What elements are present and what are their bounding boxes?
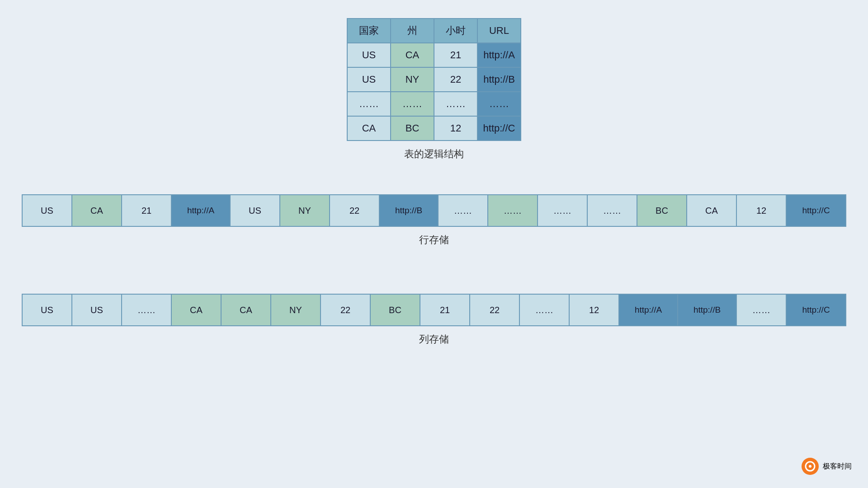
table-data-cell: US <box>347 43 391 67</box>
strip-cell: 22 <box>470 295 520 325</box>
strip-cell: NY <box>280 195 330 226</box>
strip-cell: http://A <box>172 195 231 226</box>
col-storage-strip: USUS……CACANY22BC2122……12http://Ahttp://B… <box>22 294 846 326</box>
strip-cell: US <box>231 195 280 226</box>
strip-cell: 21 <box>420 295 470 325</box>
table-data-cell: CA <box>347 116 391 141</box>
strip-cell: CA <box>687 195 737 226</box>
table-data-cell: http://A <box>477 43 521 67</box>
strip-cell: US <box>23 195 72 226</box>
strip-cell: BC <box>371 295 420 325</box>
strip-cell: 22 <box>330 195 380 226</box>
strip-cell: US <box>23 295 72 325</box>
table-data-cell: 12 <box>434 116 477 141</box>
strip-cell: http://C <box>787 195 845 226</box>
table-data-cell: 21 <box>434 43 477 67</box>
table-data-cell: CA <box>391 43 434 67</box>
strip-cell: http://A <box>619 295 678 325</box>
strip-cell: CA <box>222 295 271 325</box>
logo-text: 极客时间 <box>823 462 852 471</box>
strip-cell: …… <box>520 295 570 325</box>
strip-cell: 22 <box>321 295 371 325</box>
table-data-cell: http://B <box>477 67 521 92</box>
table-header-cell: 国家 <box>347 19 391 43</box>
table-header-cell: 州 <box>391 19 434 43</box>
strip-cell: …… <box>488 195 538 226</box>
logo: 极客时间 <box>801 457 852 475</box>
row-storage-label: 行存储 <box>419 233 449 247</box>
strip-cell: CA <box>172 295 222 325</box>
strip-cell: http://C <box>787 295 845 325</box>
svg-point-2 <box>809 465 811 468</box>
table-header-cell: URL <box>477 19 521 43</box>
table-data-cell: NY <box>391 67 434 92</box>
strip-cell: …… <box>737 295 787 325</box>
logical-table: 国家州小时URLUSCA21http://AUSNY22http://B…………… <box>347 18 521 141</box>
strip-cell: 21 <box>122 195 172 226</box>
strip-cell: …… <box>122 295 172 325</box>
table-data-cell: …… <box>434 92 477 116</box>
col-storage-section: USUS……CACANY22BC2122……12http://Ahttp://B… <box>8 294 860 346</box>
strip-cell: …… <box>588 195 637 226</box>
table-data-cell: http://C <box>477 116 521 141</box>
logical-table-section: 国家州小时URLUSCA21http://AUSNY22http://B…………… <box>347 18 521 161</box>
table-data-cell: BC <box>391 116 434 141</box>
row-storage-section: USCA21http://AUSNY22http://B……………………BCCA… <box>8 194 860 247</box>
strip-cell: CA <box>72 195 122 226</box>
strip-cell: US <box>72 295 122 325</box>
row-storage-strip: USCA21http://AUSNY22http://B……………………BCCA… <box>22 194 846 227</box>
col-storage-label: 列存储 <box>419 333 449 346</box>
strip-cell: …… <box>439 195 488 226</box>
strip-cell: NY <box>271 295 321 325</box>
table-data-cell: …… <box>477 92 521 116</box>
table-data-cell: …… <box>347 92 391 116</box>
strip-cell: 12 <box>737 195 787 226</box>
strip-cell: 12 <box>570 295 619 325</box>
table-data-cell: …… <box>391 92 434 116</box>
table-data-cell: 22 <box>434 67 477 92</box>
strip-cell: BC <box>637 195 687 226</box>
logical-table-label: 表的逻辑结构 <box>404 147 464 161</box>
strip-cell: …… <box>538 195 588 226</box>
table-data-cell: US <box>347 67 391 92</box>
strip-cell: http://B <box>678 295 737 325</box>
table-header-cell: 小时 <box>434 19 477 43</box>
logo-icon <box>801 457 819 475</box>
strip-cell: http://B <box>380 195 439 226</box>
